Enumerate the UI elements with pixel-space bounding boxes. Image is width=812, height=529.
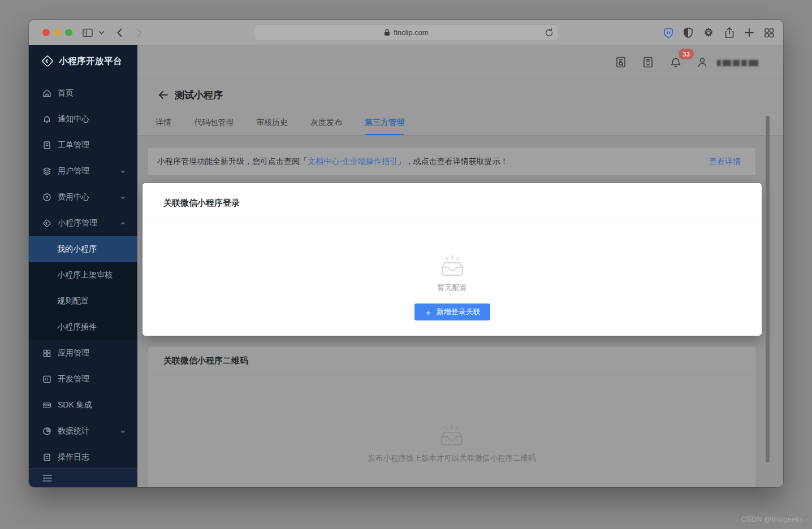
forward-button[interactable] — [133, 27, 145, 39]
sidebar-subitem-my-miniapps[interactable]: 我的小程序 — [29, 236, 137, 262]
banner-text-prefix: 小程序管理功能全新升级，您可点击查阅「 — [157, 157, 308, 167]
reload-icon[interactable] — [544, 28, 554, 38]
page-back-arrow[interactable] — [158, 89, 169, 101]
qrcode-empty-text: 发布小程序线上版本才可以关联微信小程序二维码 — [368, 453, 536, 463]
doc-form-icon[interactable] — [642, 56, 654, 68]
browser-titlebar: finclip.com — [29, 20, 783, 45]
sidebar-item-stats[interactable]: 数据统计 — [29, 418, 137, 444]
page-scrollbar-thumb[interactable] — [766, 116, 770, 462]
pie-chart-icon — [42, 427, 51, 436]
wechat-qrcode-card-title: 关联微信小程序二维码 — [148, 347, 755, 375]
add-login-association-button[interactable]: ＋ 新增登录关联 — [414, 303, 490, 320]
sidebar-item-label: 工单管理 — [58, 140, 89, 150]
wechat-login-card: 关联微信小程序登录 暂无配置 ＋ 新增登录关联 — [145, 186, 759, 333]
browser-window: finclip.com — [29, 20, 783, 487]
sidebar-subitem-rules[interactable]: 规则配置 — [29, 288, 137, 314]
sidebar-collapse-bar[interactable] — [29, 468, 137, 487]
watermark-text: CSDN @finogeeks — [741, 515, 803, 523]
new-tab-plus-icon[interactable] — [743, 27, 755, 39]
user-avatar-icon[interactable] — [696, 56, 709, 68]
sidebar-item-dev[interactable]: 开发管理 — [29, 366, 137, 392]
page-content: 小程序管理功能全新升级，您可点击查阅「 文档中心-企业端操作指引 」，或点击查看… — [137, 136, 783, 487]
home-icon — [42, 89, 51, 98]
username-redacted[interactable] — [717, 59, 762, 67]
sidebar-item-miniapp[interactable]: 小程序管理 — [29, 210, 137, 236]
app-body: 小程序开放平台 首页 通知中心 — [29, 45, 783, 487]
finclip-logo-icon — [41, 55, 54, 67]
settings-gear-icon[interactable] — [702, 27, 715, 39]
chevron-up-icon — [120, 220, 126, 227]
sidebar-subitem-plugins[interactable]: 小程序插件 — [29, 314, 137, 340]
empty-text: 暂无配置 — [438, 283, 467, 293]
sidebar-item-user[interactable]: 用户管理 — [29, 158, 137, 184]
tab-gray-release[interactable]: 灰度发布 — [310, 111, 342, 135]
shield-icon[interactable] — [682, 27, 694, 39]
sidebar-subitem-label: 规则配置 — [57, 296, 89, 306]
sidebar-subitem-review[interactable]: 小程序上架审核 — [29, 262, 137, 288]
empty-box-icon — [439, 254, 466, 278]
wechat-qrcode-card: 关联微信小程序二维码 发布小程序线上版本才可以关联微信小程序二维码 — [148, 347, 755, 487]
collapse-menu-icon — [42, 474, 52, 482]
sidebar-subitem-label: 小程序插件 — [57, 322, 97, 332]
sidebar-subitem-label: 我的小程序 — [57, 244, 97, 254]
tab-detail[interactable]: 详情 — [156, 111, 171, 135]
sdk-icon: SDK — [42, 401, 51, 410]
doc-search-icon[interactable] — [615, 56, 627, 68]
page-title: 测试小程序 — [175, 89, 223, 102]
tab-history[interactable]: 审核历史 — [256, 111, 288, 135]
sidebar-item-label: 小程序管理 — [58, 218, 97, 228]
chevron-down-icon — [120, 428, 126, 435]
sidebar-item-sdk[interactable]: SDK SDK 集成 — [29, 392, 137, 418]
chevron-down-icon[interactable] — [98, 29, 105, 36]
upgrade-banner: 小程序管理功能全新升级，您可点击查阅「 文档中心-企业端操作指引 」，或点击查看… — [148, 148, 755, 175]
sidebar-menu: 首页 通知中心 工单管理 — [29, 80, 137, 470]
chevron-down-icon — [120, 194, 126, 201]
sidebar-item-label: 数据统计 — [58, 426, 89, 436]
sidebar-item-label: 首页 — [58, 88, 74, 98]
back-button[interactable] — [114, 27, 126, 39]
layers-icon — [42, 167, 51, 176]
share-icon[interactable] — [723, 27, 736, 39]
sidebar-item-fee[interactable]: 费用中心 — [29, 184, 137, 210]
ticket-icon — [42, 141, 51, 150]
wechat-login-card-title: 关联微信小程序登录 — [145, 186, 759, 220]
tab-third-party[interactable]: 第三方管理 — [365, 111, 404, 135]
sidebar: 小程序开放平台 首页 通知中心 — [29, 45, 137, 487]
address-bar[interactable]: finclip.com — [254, 24, 559, 41]
minimize-window-button[interactable] — [54, 29, 61, 36]
platform-logo[interactable]: 小程序开放平台 — [29, 45, 137, 77]
sidebar-item-label: SDK 集成 — [58, 400, 92, 410]
close-window-button[interactable] — [42, 29, 50, 36]
miniapp-icon — [42, 219, 51, 228]
banner-text-suffix: 」，或点击查看详情获取提示！ — [398, 157, 508, 167]
privacy-shield-icon[interactable] — [662, 27, 675, 39]
notification-badge: 33 — [679, 49, 694, 59]
tab-package[interactable]: 代码包管理 — [194, 111, 234, 135]
bell-icon — [42, 115, 51, 124]
wechat-login-card-body: 暂无配置 ＋ 新增登录关联 — [145, 220, 759, 320]
sidebar-item-apps[interactable]: 应用管理 — [29, 340, 137, 366]
dev-code-icon — [42, 375, 51, 384]
sidebar-toggle-icon[interactable] — [81, 27, 94, 39]
sidebar-subitem-label: 小程序上架审核 — [57, 270, 113, 280]
chevron-down-icon — [120, 168, 126, 175]
page-title-row: 测试小程序 — [137, 79, 783, 111]
sidebar-item-label: 通知中心 — [58, 114, 89, 124]
banner-doc-link[interactable]: 文档中心-企业端操作指引 — [308, 157, 398, 167]
wechat-qrcode-card-body: 发布小程序线上版本才可以关联微信小程序二维码 — [148, 375, 755, 463]
sidebar-item-logs[interactable]: 操作日志 — [29, 444, 137, 470]
view-details-link[interactable]: 查看详情 — [709, 157, 741, 167]
sidebar-item-label: 费用中心 — [58, 192, 89, 202]
log-icon — [42, 453, 51, 462]
app-grid-icon — [42, 349, 51, 358]
app-header: 33 — [137, 45, 783, 79]
zoom-window-button[interactable] — [65, 29, 72, 36]
sidebar-item-ticket[interactable]: 工单管理 — [29, 132, 137, 158]
sidebar-item-notice[interactable]: 通知中心 — [29, 106, 137, 132]
fee-center-icon — [42, 193, 51, 202]
tabs-row: 详情 代码包管理 审核历史 灰度发布 第三方管理 — [137, 111, 783, 136]
sidebar-item-home[interactable]: 首页 — [29, 80, 137, 106]
tab-overview-icon[interactable] — [763, 27, 775, 39]
main-area: 33 测试小程序 — [137, 45, 783, 487]
empty-box-icon — [438, 424, 465, 448]
